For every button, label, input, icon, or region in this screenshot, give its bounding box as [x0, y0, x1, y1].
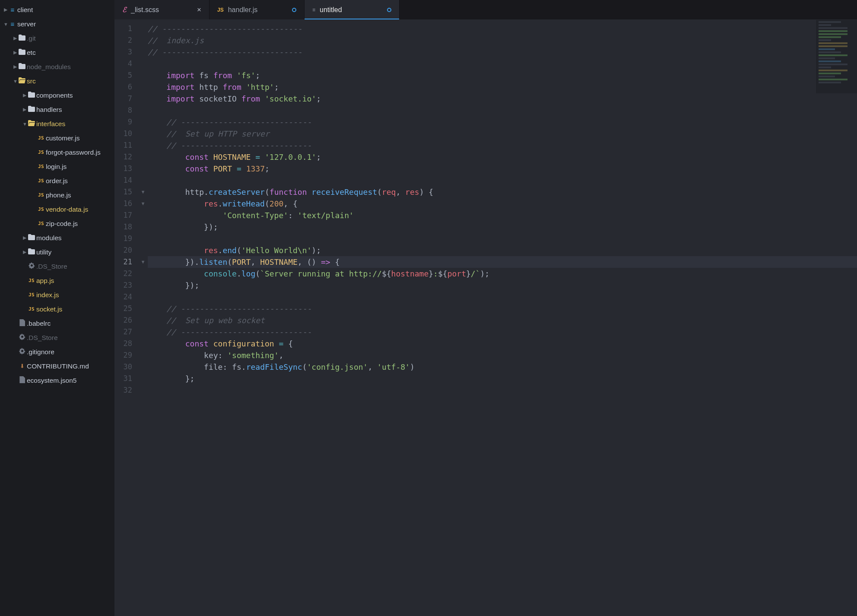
expand-arrow-icon[interactable]: ▶	[22, 107, 27, 112]
code-line[interactable]: import socketIO from 'socket.io';	[148, 93, 857, 105]
line-number[interactable]: 28	[114, 338, 132, 349]
code-line[interactable]: // ----------------------------	[148, 326, 857, 338]
tree-item[interactable]: JScustomer.js	[0, 131, 114, 145]
code-line[interactable]: // Set up HTTP server	[148, 128, 857, 140]
editor-tab[interactable]: ℰ_list.scss×	[114, 0, 209, 19]
line-number[interactable]: 31	[114, 373, 132, 384]
code-line[interactable]: const configuration = {	[148, 338, 857, 349]
tree-item[interactable]: ▶node_modules	[0, 60, 114, 74]
code-line[interactable]: import http from 'http';	[148, 81, 857, 93]
expand-arrow-icon[interactable]: ▶	[22, 235, 27, 241]
code-line[interactable]	[148, 233, 857, 244]
line-number[interactable]: 26	[114, 314, 132, 326]
fold-toggle-icon[interactable]: ▼	[138, 256, 148, 268]
expand-arrow-icon[interactable]: ▼	[22, 121, 27, 127]
editor-tab[interactable]: ≡untitled	[305, 0, 400, 19]
tree-item[interactable]: ▶components	[0, 88, 114, 102]
expand-arrow-icon[interactable]: ▶	[22, 249, 27, 255]
line-number[interactable]: 14	[114, 175, 132, 186]
code-line[interactable]: // ----------------------------	[148, 116, 857, 128]
line-number[interactable]: 16	[114, 198, 132, 210]
code-line[interactable]: console.log(`Server running at http://${…	[148, 268, 857, 279]
tree-item[interactable]: ▶handlers	[0, 102, 114, 117]
expand-arrow-icon[interactable]: ▶	[13, 35, 17, 41]
code-line[interactable]: res.end('Hello World\n');	[148, 244, 857, 256]
code-line[interactable]: // ----------------------------	[148, 140, 857, 151]
tree-item[interactable]: ▶.git	[0, 31, 114, 45]
line-number[interactable]: 3	[114, 46, 132, 58]
close-icon[interactable]: ×	[197, 6, 201, 14]
fold-gutter[interactable]: ▼▼▼	[138, 19, 148, 616]
tree-item[interactable]: ▶≡client	[0, 3, 114, 17]
line-number[interactable]: 22	[114, 268, 132, 279]
tree-item[interactable]: ⬇CONTRIBUTING.md	[0, 359, 114, 373]
line-number[interactable]: 21	[114, 256, 132, 268]
tree-item[interactable]: JSlogin.js	[0, 159, 114, 174]
line-number[interactable]: 20	[114, 244, 132, 256]
expand-arrow-icon[interactable]: ▶	[13, 50, 17, 55]
fold-toggle-icon[interactable]: ▼	[138, 198, 148, 210]
tree-item[interactable]: ecosystem.json5	[0, 373, 114, 387]
code-line[interactable]	[148, 105, 857, 116]
code-line[interactable]: // ------------------------------	[148, 23, 857, 35]
code-line[interactable]: // Set up web socket	[148, 314, 857, 326]
code-line[interactable]: res.writeHead(200, {	[148, 198, 857, 210]
code-line[interactable]: file: fs.readFileSync('config.json', 'ut…	[148, 361, 857, 373]
tree-item[interactable]: ▼≡server	[0, 17, 114, 31]
tree-item[interactable]: .DS_Store	[0, 259, 114, 273]
fold-toggle-icon[interactable]: ▼	[138, 186, 148, 198]
code-line[interactable]: 'Content-Type': 'text/plain'	[148, 210, 857, 221]
line-number[interactable]: 11	[114, 140, 132, 151]
code-line[interactable]	[148, 175, 857, 186]
line-number[interactable]: 6	[114, 81, 132, 93]
line-number[interactable]: 9	[114, 116, 132, 128]
tree-item[interactable]: JSsocket.js	[0, 302, 114, 316]
tree-item[interactable]: JSphone.js	[0, 188, 114, 202]
tree-item[interactable]: ▶etc	[0, 45, 114, 60]
line-number[interactable]: 7	[114, 93, 132, 105]
line-number[interactable]: 32	[114, 384, 132, 396]
tree-item[interactable]: JSzip-code.js	[0, 216, 114, 231]
line-number[interactable]: 30	[114, 361, 132, 373]
line-number[interactable]: 2	[114, 35, 132, 46]
code-line[interactable]: import fs from 'fs';	[148, 70, 857, 81]
code-line[interactable]: });	[148, 279, 857, 291]
file-explorer[interactable]: ▶≡client▼≡server▶.git▶etc▶node_modules▼s…	[0, 0, 114, 616]
tree-item[interactable]: JSvendor-data.js	[0, 202, 114, 216]
tree-item[interactable]: JSforgot-password.js	[0, 145, 114, 159]
code-line[interactable]: key: 'something',	[148, 349, 857, 361]
line-number[interactable]: 25	[114, 303, 132, 314]
code-line[interactable]: // index.js	[148, 35, 857, 46]
code-line[interactable]: };	[148, 373, 857, 384]
line-number[interactable]: 18	[114, 221, 132, 233]
code-line[interactable]: }).listen(PORT, HOSTNAME, () => {	[148, 256, 857, 268]
code-line[interactable]: const PORT = 1337;	[148, 163, 857, 175]
tree-item[interactable]: .gitignore	[0, 345, 114, 359]
tree-item[interactable]: ▶modules	[0, 231, 114, 245]
code-line[interactable]	[148, 58, 857, 70]
code-line[interactable]: http.createServer(function receiveReques…	[148, 186, 857, 198]
line-number[interactable]: 12	[114, 151, 132, 163]
code-line[interactable]	[148, 291, 857, 303]
line-number[interactable]: 24	[114, 291, 132, 303]
minimap[interactable]	[816, 20, 857, 93]
line-number[interactable]: 1	[114, 23, 132, 35]
line-number[interactable]: 27	[114, 326, 132, 338]
expand-arrow-icon[interactable]: ▼	[3, 22, 8, 27]
code-area[interactable]: // ------------------------------// inde…	[148, 19, 857, 616]
tree-item[interactable]: .babelrc	[0, 316, 114, 330]
line-number[interactable]: 4	[114, 58, 132, 70]
editor[interactable]: 1234567891011121314151617181920212223242…	[114, 19, 857, 616]
line-number[interactable]: 8	[114, 105, 132, 116]
code-line[interactable]: // ------------------------------	[148, 46, 857, 58]
line-number[interactable]: 17	[114, 210, 132, 221]
line-number[interactable]: 5	[114, 70, 132, 81]
expand-arrow-icon[interactable]: ▶	[3, 7, 8, 13]
tree-item[interactable]: ▼src	[0, 74, 114, 88]
tree-item[interactable]: ▶utility	[0, 245, 114, 259]
line-number[interactable]: 23	[114, 279, 132, 291]
expand-arrow-icon[interactable]: ▶	[22, 92, 27, 98]
code-line[interactable]	[148, 384, 857, 396]
editor-tab[interactable]: JShandler.js	[209, 0, 305, 19]
expand-arrow-icon[interactable]: ▶	[13, 64, 17, 70]
